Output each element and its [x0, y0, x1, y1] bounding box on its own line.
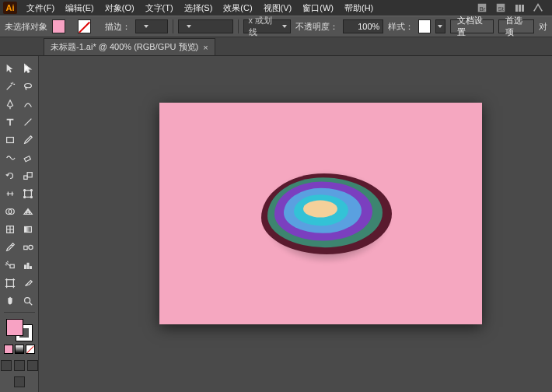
- curvature-tool[interactable]: [20, 96, 36, 112]
- vwp-dropdown[interactable]: [178, 19, 232, 33]
- zoom-tool[interactable]: [20, 293, 36, 309]
- menu-bar: Ai 文件(F) 编辑(E) 对象(O) 文字(T) 选择(S) 效果(C) 视…: [0, 0, 552, 16]
- width-tool[interactable]: [2, 186, 18, 201]
- svg-rect-6: [24, 156, 30, 162]
- eraser-tool[interactable]: [20, 150, 36, 166]
- toolbox: [0, 56, 39, 392]
- shaper-tool[interactable]: [2, 150, 18, 166]
- close-tab-button[interactable]: ×: [203, 43, 208, 52]
- menu-type[interactable]: 文字(T): [141, 1, 178, 16]
- fill-color[interactable]: [6, 319, 23, 336]
- menu-view[interactable]: 视图(V): [259, 1, 297, 16]
- opacity-label: 不透明度：: [295, 21, 338, 33]
- direct-selection-tool[interactable]: [20, 61, 36, 76]
- mesh-tool[interactable]: [2, 222, 18, 237]
- svg-text:Br: Br: [480, 5, 486, 12]
- rotate-tool[interactable]: [2, 168, 18, 184]
- svg-rect-22: [27, 263, 29, 268]
- type-tool[interactable]: [2, 114, 18, 130]
- lasso-tool[interactable]: [20, 79, 36, 94]
- screen-mode-row: [14, 376, 25, 387]
- symbol-sprayer-tool[interactable]: [2, 257, 18, 273]
- artboard[interactable]: [159, 103, 482, 324]
- draw-behind-icon[interactable]: [14, 360, 25, 371]
- line-tool[interactable]: [20, 114, 36, 130]
- align-label: 对: [539, 21, 547, 33]
- menubar-right: Br St: [476, 2, 549, 14]
- stroke-swatch[interactable]: [78, 19, 91, 33]
- eyedropper-tool[interactable]: [2, 240, 18, 255]
- gradient-tool[interactable]: [20, 222, 36, 237]
- svg-rect-24: [7, 280, 14, 287]
- svg-rect-5: [7, 138, 14, 143]
- color-mode-row: [4, 345, 35, 354]
- main-area: [0, 56, 552, 392]
- color-mode-none[interactable]: [26, 345, 35, 354]
- preferences-button[interactable]: 首选项: [498, 19, 534, 33]
- magic-wand-tool[interactable]: [2, 79, 18, 94]
- artwork-ring-6: [303, 201, 337, 218]
- stroke-weight-input[interactable]: [135, 19, 169, 33]
- selection-hint: 未选择对象: [5, 21, 47, 33]
- document-tab-bar: 未标题-1.ai* @ 400% (RGB/GPU 预览) ×: [0, 37, 552, 56]
- menu-edit[interactable]: 编辑(E): [61, 1, 99, 16]
- svg-rect-23: [30, 267, 32, 269]
- stock-icon[interactable]: St: [494, 2, 507, 14]
- svg-point-13: [30, 196, 32, 198]
- draw-mode-row: [1, 360, 38, 371]
- svg-point-25: [25, 298, 30, 303]
- free-transform-tool[interactable]: [20, 186, 36, 201]
- pen-tool[interactable]: [2, 96, 18, 112]
- artboard-tool[interactable]: [2, 275, 18, 291]
- svg-rect-7: [24, 176, 27, 179]
- column-graph-tool[interactable]: [20, 257, 36, 273]
- shape-builder-tool[interactable]: [2, 204, 18, 219]
- svg-rect-8: [27, 173, 32, 177]
- draw-inside-icon[interactable]: [27, 360, 38, 371]
- scale-tool[interactable]: [20, 168, 36, 184]
- svg-point-11: [30, 190, 32, 191]
- gpu-icon[interactable]: [532, 2, 544, 14]
- menu-help[interactable]: 帮助(H): [340, 1, 378, 16]
- document-tab-title: 未标题-1.ai* @ 400% (RGB/GPU 预览): [51, 41, 198, 53]
- screen-mode-icon[interactable]: [14, 376, 25, 387]
- rectangle-tool[interactable]: [2, 132, 18, 148]
- toolbox-separator: [4, 312, 35, 313]
- options-bar: 未选择对象 描边： x 或划线 不透明度： 100% 样式： 文档设置 首选项 …: [0, 16, 552, 37]
- stroke-label: 描边：: [105, 21, 131, 33]
- style-swatch[interactable]: [418, 19, 431, 33]
- menu-window[interactable]: 窗口(W): [298, 1, 338, 16]
- arrange-docs-icon[interactable]: [513, 2, 526, 14]
- selection-tool[interactable]: [2, 61, 18, 76]
- style-dropdown[interactable]: [435, 19, 445, 33]
- color-mode-gradient[interactable]: [15, 345, 24, 354]
- menu-file[interactable]: 文件(F): [22, 1, 59, 16]
- svg-rect-20: [10, 264, 14, 268]
- svg-point-19: [29, 245, 33, 249]
- menu-effect[interactable]: 效果(C): [218, 1, 257, 16]
- slice-tool[interactable]: [20, 275, 36, 291]
- blend-tool[interactable]: [20, 240, 36, 255]
- fill-swatch[interactable]: [52, 19, 65, 33]
- menu-object[interactable]: 对象(O): [100, 1, 139, 16]
- svg-rect-21: [25, 265, 26, 268]
- document-tab[interactable]: 未标题-1.ai* @ 400% (RGB/GPU 预览) ×: [44, 38, 215, 55]
- menu-select[interactable]: 选择(S): [180, 1, 218, 16]
- svg-rect-9: [25, 191, 32, 198]
- draw-normal-icon[interactable]: [1, 360, 12, 371]
- color-mode-solid[interactable]: [4, 345, 13, 354]
- perspective-grid-tool[interactable]: [20, 204, 36, 219]
- svg-text:St: St: [498, 5, 505, 12]
- app-logo: Ai: [3, 2, 17, 14]
- paintbrush-tool[interactable]: [20, 132, 36, 148]
- bridge-icon[interactable]: Br: [476, 2, 488, 14]
- divider: [173, 19, 173, 33]
- hand-tool[interactable]: [2, 293, 18, 309]
- divider: [238, 19, 239, 33]
- brush-dropdown[interactable]: x 或划线: [243, 19, 292, 33]
- opacity-input[interactable]: 100%: [343, 19, 383, 33]
- canvas-area[interactable]: [39, 56, 552, 392]
- doc-setup-button[interactable]: 文档设置: [450, 19, 494, 33]
- svg-rect-17: [25, 227, 32, 233]
- fill-stroke-control[interactable]: [6, 319, 33, 341]
